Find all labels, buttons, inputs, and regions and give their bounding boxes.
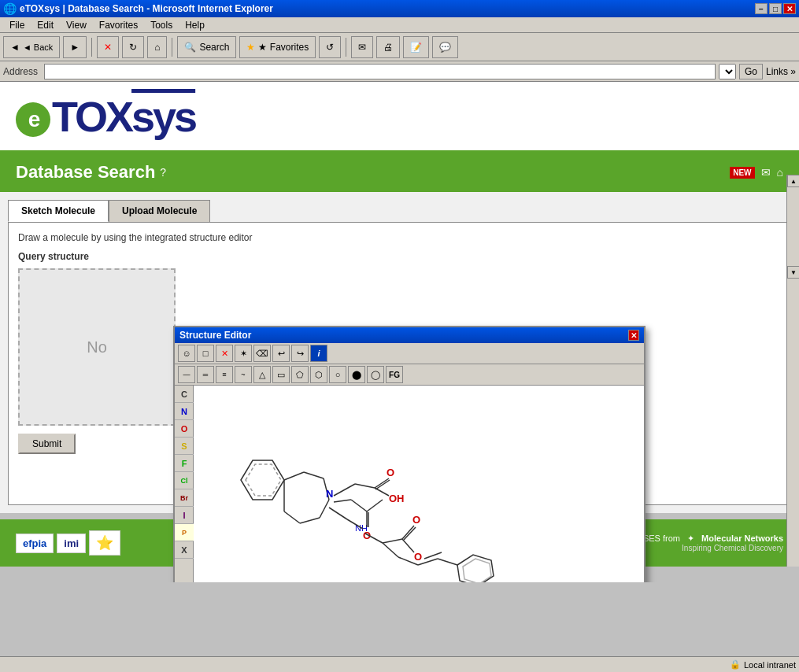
bond-triple-tool[interactable]: ≡ <box>216 366 233 383</box>
menu-view[interactable]: View <box>60 18 93 32</box>
mail-header-icon[interactable]: ✉ <box>761 166 771 179</box>
ring2-tool[interactable]: ⬤ <box>348 366 365 383</box>
svg-line-19 <box>375 478 389 488</box>
bond-single-tool[interactable]: — <box>178 366 195 383</box>
search-button[interactable]: 🔍 Search <box>177 36 236 58</box>
refresh-button[interactable]: ↻ <box>122 36 144 58</box>
svg-text:OH: OH <box>389 493 405 504</box>
rect-tool[interactable]: □ <box>197 345 214 362</box>
query-structure-box[interactable]: No <box>18 268 176 426</box>
new-badge: NEW <box>730 167 754 179</box>
address-bar: Address Go Links » <box>0 61 799 82</box>
svg-line-13 <box>367 500 383 511</box>
menu-tools[interactable]: Tools <box>144 18 179 32</box>
svg-text:O: O <box>387 467 394 478</box>
triangle-tool[interactable]: △ <box>253 366 271 383</box>
drawing-canvas[interactable]: N NH O <box>194 386 644 582</box>
atom-C[interactable]: C <box>175 386 194 403</box>
history-button[interactable]: ↺ <box>319 36 341 58</box>
atom-Br[interactable]: Br <box>175 489 194 507</box>
svg-line-20 <box>375 480 390 489</box>
svg-line-24 <box>329 508 347 519</box>
svg-text:O: O <box>414 551 422 563</box>
atom-O[interactable]: O <box>175 420 194 438</box>
atom-panel: C N O S F Cl Br I P X <box>175 386 194 582</box>
eu-logo: ⭐ <box>89 530 120 556</box>
scroll-down-button[interactable]: ▼ <box>787 266 799 279</box>
scroll-up-button[interactable]: ▲ <box>787 175 799 187</box>
browser-toolbar: ◄ ◄ Back ► ✕ ↻ ⌂ 🔍 Search ★ ★ Favorites … <box>0 33 799 61</box>
submit-button[interactable]: Submit <box>18 434 76 454</box>
tab-sketch-molecule[interactable]: Sketch Molecule <box>8 200 109 222</box>
address-dropdown[interactable] <box>719 64 736 79</box>
tab-bar: Sketch Molecule Upload Molecule <box>8 200 791 222</box>
info-tool[interactable]: i <box>310 345 327 362</box>
efpia-logo: efpia <box>16 534 54 553</box>
bond-double-tool[interactable]: ═ <box>197 366 214 383</box>
pentagon-tool[interactable]: ⬠ <box>291 366 309 383</box>
atom-I[interactable]: I <box>175 507 194 524</box>
bond-wave-tool[interactable]: ~ <box>235 366 252 383</box>
fg-tool[interactable]: FG <box>386 366 403 383</box>
menu-edit[interactable]: Edit <box>31 18 60 32</box>
undo-tool[interactable]: ↩ <box>272 345 290 362</box>
discuss-button[interactable]: 💬 <box>432 36 458 58</box>
menu-help[interactable]: Help <box>179 18 211 32</box>
svg-line-33 <box>424 552 442 559</box>
hexagon-tool[interactable]: ⬡ <box>310 366 327 383</box>
header-icons: NEW ✉ ⌂ <box>730 166 783 179</box>
dialog-close-button[interactable]: ✕ <box>628 330 639 341</box>
tab-upload-molecule[interactable]: Upload Molecule <box>109 200 210 222</box>
atom-S[interactable]: S <box>175 438 194 455</box>
structure-editor-dialog[interactable]: Structure Editor ✕ ☺ □ ✕ ✶ ⌫ ↩ ↪ i — ═ ≡… <box>173 326 645 582</box>
atom-X[interactable]: X <box>175 541 194 559</box>
cross-tool[interactable]: ✕ <box>216 345 233 362</box>
eraser-tool[interactable]: ⌫ <box>253 345 271 362</box>
address-input[interactable] <box>44 64 716 79</box>
go-button[interactable]: Go <box>739 64 763 79</box>
smiley-tool[interactable]: ☺ <box>178 345 195 362</box>
mail-button[interactable]: ✉ <box>351 36 373 58</box>
svg-line-29 <box>404 527 416 540</box>
square-tool[interactable]: ▭ <box>272 366 290 383</box>
atom-F[interactable]: F <box>175 455 194 472</box>
print-button[interactable]: 🖨 <box>376 36 400 58</box>
atom-Cl[interactable]: Cl <box>175 472 194 489</box>
menu-file[interactable]: File <box>3 18 31 32</box>
favorites-button[interactable]: ★ ★ Favorites <box>239 36 316 58</box>
edit-button[interactable]: 📝 <box>403 36 429 58</box>
redo-tool[interactable]: ↪ <box>291 345 309 362</box>
ring1-tool[interactable]: ○ <box>329 366 346 383</box>
discuss-icon: 💬 <box>439 42 451 53</box>
svg-line-34 <box>383 543 398 557</box>
page-title: Database Search <box>16 162 155 183</box>
ring3-tool[interactable]: ◯ <box>367 366 384 383</box>
minimize-button[interactable]: − <box>755 3 768 14</box>
atom-P[interactable]: P <box>175 524 194 541</box>
status-bar: 🔒 Local intranet <box>0 656 799 672</box>
logo: eTOXsys <box>16 95 195 138</box>
maximize-button[interactable]: □ <box>769 3 782 14</box>
back-button[interactable]: ◄ ◄ Back <box>3 36 60 58</box>
stop-button[interactable]: ✕ <box>97 36 119 58</box>
svg-line-27 <box>383 539 402 543</box>
svg-text:N: N <box>326 488 333 500</box>
menu-favorites[interactable]: Favorites <box>93 18 144 32</box>
help-icon[interactable]: ? <box>160 166 166 179</box>
home-header-icon[interactable]: ⌂ <box>777 166 783 179</box>
security-icon: 🔒 <box>730 659 741 670</box>
links-button[interactable]: Links » <box>766 66 796 77</box>
svg-line-37 <box>438 559 457 565</box>
mail-icon: ✉ <box>358 42 366 53</box>
svg-line-11 <box>334 500 351 502</box>
app-icon: 🌐 <box>3 2 17 15</box>
home-button[interactable]: ⌂ <box>147 36 167 58</box>
toolbar-separator-2 <box>172 38 172 57</box>
close-button[interactable]: ✕ <box>783 3 796 14</box>
atom-N[interactable]: N <box>175 403 194 420</box>
logo-e: e <box>16 102 50 137</box>
forward-button[interactable]: ► <box>63 36 87 58</box>
asterisk-tool[interactable]: ✶ <box>235 345 252 362</box>
scrollbar[interactable]: ▲ ▼ <box>786 175 799 567</box>
history-icon: ↺ <box>326 42 334 53</box>
